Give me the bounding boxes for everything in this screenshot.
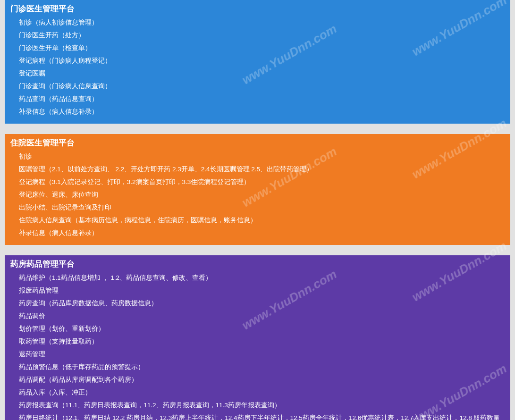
list-item: 登记医嘱 [19,67,505,80]
list-item: 退药管理 [19,348,505,361]
list-item: 门诊医生开药（处方） [19,29,505,42]
list-item: 门诊查询（门诊病人信息查询） [19,80,505,92]
list-item: 医嘱管理（2.1、以前处方查询、 2.2、开处方即开药 2.3开单、2.4长期医… [19,163,505,176]
list-item: 住院病人信息查询（基本病历信息，病程信息，住院病历，医嘱信息，账务信息） [19,214,505,227]
section-title: 门诊医生管理平台 [10,4,505,14]
list-item: 出院小结、出院记录查询及打印 [19,201,505,214]
item-list: 药品维护（1.1药品信息增加 ， 1.2、药品信息查询、修改、查看） 报废药品管… [10,271,505,420]
list-item: 划价管理（划价、重新划价） [19,322,505,335]
list-item: 药品入库（入库、冲正） [19,386,505,399]
list-item: 报废药品管理 [19,284,505,297]
list-item: 补录信息（病人信息补录） [19,227,505,239]
list-item: 登记病程（3.1入院记录登记、打印，3.2病案首页打印，3.3住院病程登记管理） [19,176,505,188]
list-item: 门诊医生开单（检查单） [19,42,505,54]
list-item: 药房查询（药品库房数据信息、药房数据信息） [19,297,505,310]
list-item: 药房日终统计（12.1、药房日结 12.2 药房月结，12.3药房上半年统计，1… [19,412,505,420]
list-item: 药品调配（药品从库房调配到各个药房） [19,373,505,386]
section-title: 药房药品管理平台 [10,259,505,269]
inpatient-section: 住院医生管理平台 初诊 医嘱管理（2.1、以前处方查询、 2.2、开处方即开药 … [5,134,510,245]
list-item: 登记病程（门诊病人病程登记） [19,54,505,67]
list-item: 药品查询（药品信息查询） [19,92,505,105]
list-item: 药品预警信息（低于库存药品的预警提示） [19,361,505,373]
list-item: 初诊 [19,150,505,163]
item-list: 初诊（病人初诊信息管理） 门诊医生开药（处方） 门诊医生开单（检查单） 登记病程… [10,16,505,118]
list-item: 药品维护（1.1药品信息增加 ， 1.2、药品信息查询、修改、查看） [19,271,505,284]
pharmacy-section: 药房药品管理平台 药品维护（1.1药品信息增加 ， 1.2、药品信息查询、修改、… [5,255,510,420]
outpatient-section: 门诊医生管理平台 初诊（病人初诊信息管理） 门诊医生开药（处方） 门诊医生开单（… [5,0,510,124]
list-item: 登记床位、退床、床位查询 [19,188,505,201]
list-item: 药房报表查询（11.1、药房日表报表查询，11.2、药房月报表查询，11.3药房… [19,399,505,412]
list-item: 初诊（病人初诊信息管理） [19,16,505,29]
list-item: 取药管理（支持批量取药） [19,335,505,348]
list-item: 药品调价 [19,310,505,322]
section-title: 住院医生管理平台 [10,138,505,148]
item-list: 初诊 医嘱管理（2.1、以前处方查询、 2.2、开处方即开药 2.3开单、2.4… [10,150,505,239]
list-item: 补录信息（病人信息补录） [19,105,505,118]
